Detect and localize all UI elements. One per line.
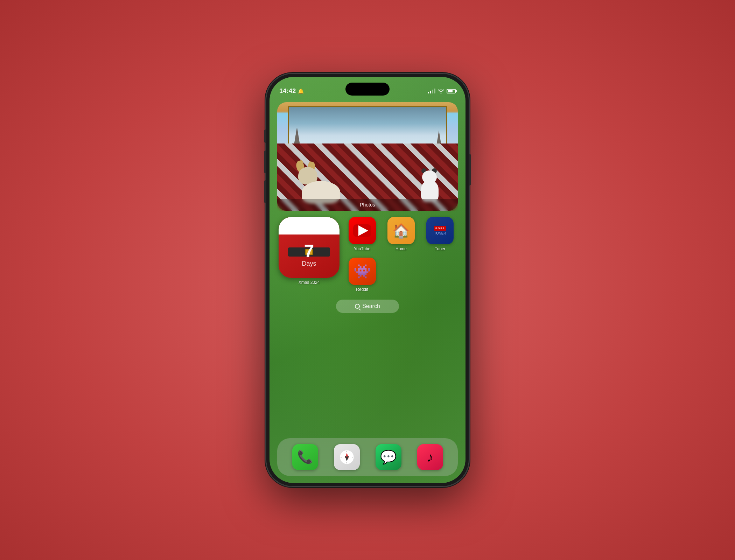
phone-handset-icon: 📞: [297, 450, 313, 464]
music-note-icon: ♪: [427, 450, 433, 465]
panda-toy: [419, 176, 440, 202]
photos-widget-image: [277, 102, 458, 211]
signal-bar-3: [432, 90, 433, 93]
app-grid: 7 Days Xmas 2024 YouTube: [277, 217, 458, 292]
safari-compass-icon: [339, 449, 355, 465]
xmas-icon: 7 Days: [279, 217, 340, 278]
boss-logo: BOSS TUNER: [434, 226, 446, 235]
dock-whatsapp-app[interactable]: 💬: [376, 444, 401, 470]
volume-up-button[interactable]: [264, 150, 266, 173]
alarm-icon: 🔔: [298, 88, 304, 94]
dock-safari-icon: [334, 444, 360, 470]
photo-window-frame: [288, 106, 447, 148]
youtube-app[interactable]: YouTube: [346, 217, 378, 251]
boss-tuner-text: TUNER: [434, 231, 446, 235]
home-icon: 🏠: [387, 217, 415, 244]
dock: 📞: [277, 438, 458, 476]
youtube-play-icon: [358, 225, 368, 236]
photos-widget[interactable]: Photos: [277, 102, 458, 211]
reddit-alien: 👾: [354, 263, 371, 280]
dock-music-app[interactable]: ♪: [417, 444, 443, 470]
xmas-countdown: 7 Days: [279, 242, 340, 267]
signal-bar-4: [434, 89, 435, 93]
silent-button[interactable]: [264, 130, 266, 143]
tuner-app[interactable]: BOSS TUNER Tuner: [424, 217, 456, 251]
santa-white-collar: [279, 217, 340, 234]
home-shape: 🏠: [392, 223, 410, 239]
dock-whatsapp-icon: 💬: [376, 444, 401, 470]
battery-fill: [448, 90, 453, 92]
dynamic-island: [345, 83, 390, 96]
wifi-icon: [438, 89, 444, 93]
xmas-days-number: 7: [279, 242, 340, 260]
xmas-days-label: Days: [302, 260, 316, 267]
tuner-icon: BOSS TUNER: [426, 217, 454, 244]
xmas-label: Xmas 2024: [299, 280, 320, 285]
youtube-icon-bg: [353, 224, 371, 237]
dock-phone-app[interactable]: 📞: [292, 444, 318, 470]
dock-phone-icon: 📞: [292, 444, 318, 470]
youtube-icon: [349, 217, 376, 244]
reddit-label: Reddit: [356, 287, 368, 292]
signal-bar-2: [430, 91, 431, 93]
boss-text: BOSS: [434, 226, 446, 231]
signal-bar-1: [428, 92, 429, 93]
dock-music-icon: ♪: [417, 444, 443, 470]
whatsapp-bubble-icon: 💬: [380, 449, 397, 465]
phone-screen: 14:42 🔔: [270, 77, 465, 483]
dock-safari-app[interactable]: [334, 444, 360, 470]
home-label: Home: [396, 246, 407, 251]
photos-label: Photos: [277, 199, 458, 211]
battery-icon: [447, 89, 456, 93]
search-icon: [355, 304, 360, 309]
status-time: 14:42: [279, 88, 296, 95]
signal-icon: [428, 89, 435, 93]
search-bar[interactable]: Search: [336, 300, 399, 313]
search-label: Search: [362, 303, 380, 309]
phone-frame: 14:42 🔔: [266, 74, 469, 486]
reddit-icon: 👾: [349, 258, 376, 285]
home-app[interactable]: 🏠 Home: [385, 217, 417, 251]
xmas-widget[interactable]: 7 Days Xmas 2024: [279, 217, 340, 292]
volume-down-button[interactable]: [264, 180, 266, 203]
photos-label-text: Photos: [360, 202, 375, 208]
tuner-label: Tuner: [435, 246, 446, 251]
photo-dog: [295, 165, 351, 204]
status-icons: [428, 89, 456, 93]
power-button[interactable]: [469, 154, 471, 186]
youtube-label: YouTube: [354, 246, 370, 251]
home-content: Photos 7 Days: [270, 99, 465, 483]
reddit-app[interactable]: 👾 Reddit: [346, 258, 378, 292]
photo-window: [277, 102, 458, 148]
